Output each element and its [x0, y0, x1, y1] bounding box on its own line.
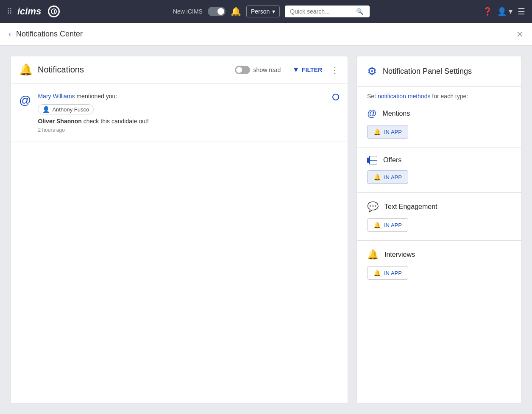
gear-icon: ⚙ — [367, 65, 377, 78]
person-label: Person — [251, 8, 270, 15]
new-icims-label: New iCIMS — [173, 8, 203, 15]
interviews-icon: 🔔 — [367, 249, 379, 260]
notification-status[interactable] — [332, 94, 339, 102]
notification-item: @ Mary Williams mentioned you: 👤 Anthony… — [11, 83, 348, 142]
bell-icon[interactable]: 🔔 — [231, 6, 241, 17]
mentions-bell-icon: 🔔 — [373, 128, 381, 135]
menu-icon[interactable]: ☰ — [518, 6, 525, 17]
filter-label: FILTER — [302, 67, 322, 73]
grid-icon[interactable]: ⠿ — [7, 7, 12, 16]
show-read-switch[interactable] — [235, 66, 250, 74]
filter-icon: ▼ — [292, 66, 299, 74]
mentions-icon: @ — [367, 108, 376, 119]
notification-body-bold: Oliver Shannon — [38, 118, 81, 125]
notification-sender[interactable]: Mary Williams — [38, 93, 75, 100]
search-box[interactable]: 🔍 — [285, 6, 370, 17]
text-engagement-section: 💬 Text Engagement 🔔 IN APP — [357, 193, 521, 241]
svg-point-0 — [51, 9, 56, 14]
search-icon: 🔍 — [356, 8, 363, 15]
notifications-header: 🔔 Notifications show read ▼ FILTER ⋮ — [11, 56, 348, 83]
person-dropdown[interactable]: Person ▾ — [246, 6, 280, 17]
interviews-section: 🔔 Interviews 🔔 IN APP — [357, 241, 521, 288]
notification-content: Mary Williams mentioned you: 👤 Anthony F… — [38, 92, 326, 133]
mentions-row: @ Mentions — [367, 108, 511, 119]
interviews-in-app-button[interactable]: 🔔 IN APP — [367, 266, 408, 280]
interviews-btn-label: IN APP — [384, 270, 402, 276]
help-icon[interactable]: ❓ — [483, 7, 492, 16]
offers-row: Offers — [367, 156, 511, 164]
notifications-panel: 🔔 Notifications show read ▼ FILTER ⋮ @ M… — [10, 56, 348, 404]
logo-text: icims — [17, 6, 41, 17]
offers-bell-icon: 🔔 — [373, 174, 381, 181]
unread-indicator[interactable] — [332, 94, 339, 100]
text-engagement-bell-icon: 🔔 — [373, 222, 381, 228]
settings-panel-subtitle: Set notification methods for each type: — [357, 87, 521, 100]
page-header: ‹ Notifications Center ✕ — [0, 23, 532, 46]
mentions-section: @ Mentions 🔔 IN APP — [357, 100, 521, 147]
offers-btn-label: IN APP — [384, 174, 402, 181]
back-button[interactable]: ‹ — [8, 30, 11, 39]
notifications-bell-icon: 🔔 — [19, 63, 33, 76]
offers-section: Offers 🔔 IN APP — [357, 147, 521, 193]
settings-panel: ⚙ Notification Panel Settings Set notifi… — [357, 56, 522, 404]
interviews-row: 🔔 Interviews — [367, 249, 511, 260]
settings-panel-header: ⚙ Notification Panel Settings — [357, 56, 521, 87]
page-title: Notifications Center — [16, 30, 83, 39]
notification-mention-suffix: mentioned you: — [76, 93, 117, 100]
offers-icon — [367, 156, 377, 164]
text-engagement-in-app-button[interactable]: 🔔 IN APP — [367, 218, 408, 232]
show-read-toggle: show read — [235, 66, 281, 74]
offers-label: Offers — [383, 156, 401, 164]
search-input[interactable] — [290, 8, 354, 15]
topnav-center: New iCIMS 🔔 Person ▾ 🔍 — [65, 6, 478, 17]
chevron-down-icon: ▾ — [272, 8, 275, 15]
main-content: 🔔 Notifications show read ▼ FILTER ⋮ @ M… — [0, 46, 532, 414]
close-button[interactable]: ✕ — [516, 29, 524, 39]
text-engagement-row: 💬 Text Engagement — [367, 201, 511, 212]
text-engagement-label: Text Engagement — [384, 203, 437, 211]
notification-time: 2 hours ago — [38, 127, 326, 133]
text-engagement-btn-label: IN APP — [384, 222, 402, 228]
offers-in-app-button[interactable]: 🔔 IN APP — [367, 170, 408, 184]
text-engagement-icon: 💬 — [367, 201, 379, 212]
more-options-button[interactable]: ⋮ — [331, 65, 339, 75]
top-navigation: ⠿ icims New iCIMS 🔔 Person ▾ 🔍 ❓ 👤 ▾ ☰ — [0, 0, 532, 23]
mention-icon: @ — [19, 94, 31, 107]
show-read-label: show read — [253, 67, 281, 73]
new-icims-toggle[interactable] — [208, 7, 226, 16]
filter-button[interactable]: ▼ FILTER — [292, 66, 322, 74]
interviews-label: Interviews — [384, 251, 415, 258]
notification-tag-name: Anthony Fusco — [52, 106, 89, 113]
notification-body-text: check this candidate out! — [84, 118, 149, 125]
logo-icon — [48, 6, 60, 17]
mentions-label: Mentions — [382, 110, 410, 117]
person-tag-icon: 👤 — [42, 106, 50, 113]
notification-mention-text: Mary Williams mentioned you: — [38, 92, 326, 101]
settings-panel-title: Notification Panel Settings — [383, 67, 472, 76]
mentions-in-app-button[interactable]: 🔔 IN APP — [367, 125, 408, 139]
notifications-title: Notifications — [38, 65, 230, 75]
notification-tag[interactable]: 👤 Anthony Fusco — [38, 104, 94, 114]
mentions-btn-label: IN APP — [384, 129, 402, 135]
notification-methods-link[interactable]: notification methods — [378, 93, 431, 100]
notification-body: Oliver Shannon check this candidate out! — [38, 118, 326, 125]
svg-rect-1 — [367, 158, 369, 163]
interviews-bell-icon: 🔔 — [373, 270, 381, 276]
user-icon[interactable]: 👤 ▾ — [497, 7, 513, 16]
